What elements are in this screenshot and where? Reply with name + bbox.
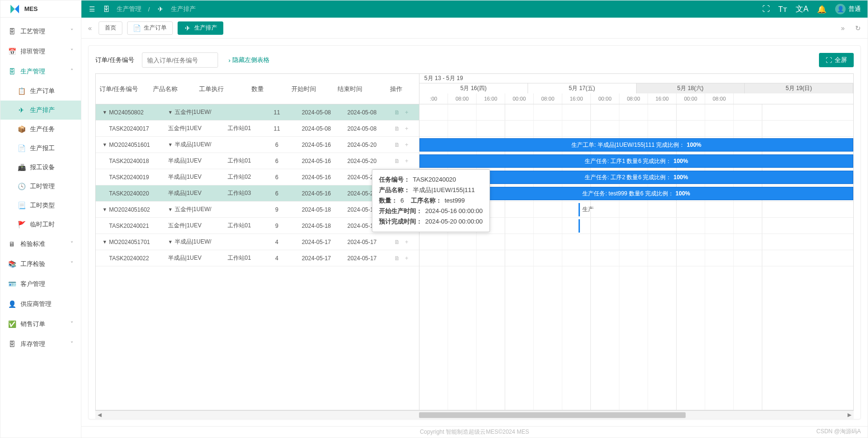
fullscreen-icon[interactable]: ⛶ xyxy=(762,5,770,13)
scroll-left-icon[interactable]: ◀ xyxy=(95,412,104,418)
flag-icon: 🚩 xyxy=(18,221,25,228)
breadcrumb-module[interactable]: 生产管理 xyxy=(117,5,141,13)
expand-icon[interactable]: ▼ xyxy=(102,110,107,115)
table-row[interactable]: TASK20240018半成品|1UEV工作站0162024-05-162024… xyxy=(96,153,419,169)
cell-name: 五金件|1UEW/ xyxy=(175,108,211,116)
expand-icon[interactable]: ▼ xyxy=(168,207,173,212)
add-icon[interactable]: ＋ xyxy=(404,108,409,116)
gantt-range: 5月 13 - 5月 19 xyxy=(419,74,853,83)
col-ops: 操作 xyxy=(373,74,419,104)
sidebar-item[interactable]: ✅销售订单˅ xyxy=(0,314,81,334)
edit-icon[interactable]: 🗎 xyxy=(394,142,400,148)
cell-exec: 工作站01 xyxy=(219,157,260,165)
cell-qty: 11 xyxy=(260,109,293,116)
gantt-marker[interactable] xyxy=(579,203,580,216)
tab[interactable]: 📄生产订单 xyxy=(127,21,173,35)
sidebar-item[interactable]: 🗄工艺管理˅ xyxy=(0,21,81,41)
cell-start: 2024-05-16 xyxy=(293,158,339,164)
sidebar-label: 销售订单 xyxy=(20,320,45,328)
sidebar-subitem[interactable]: 📠报工设备 xyxy=(0,158,81,177)
table-row[interactable]: TASK20240022半成品|1UEV工作站0142024-05-172024… xyxy=(96,250,419,266)
sidebar-subitem[interactable]: 📋生产订单 xyxy=(0,81,81,101)
scroll-thumb[interactable] xyxy=(419,412,686,418)
tab[interactable]: 首页 xyxy=(99,21,122,35)
fontsize-icon[interactable]: Tᴛ xyxy=(778,5,788,14)
cell-id: TASK20240022 xyxy=(109,255,149,262)
expand-icon[interactable]: ▼ xyxy=(102,207,107,212)
expand-icon: ⛶ xyxy=(826,57,832,64)
sidebar-subitem[interactable]: 📦生产任务 xyxy=(0,120,81,139)
add-icon[interactable]: ＋ xyxy=(404,238,409,246)
edit-icon[interactable]: 🗎 xyxy=(394,255,400,262)
gantt-marker-label: 生产 xyxy=(582,205,594,214)
expand-icon[interactable]: ▼ xyxy=(168,239,173,244)
gantt-marker[interactable] xyxy=(579,219,580,233)
table-row[interactable]: ▼MO2024051602▼五金件|1UEW/92024-05-182024-0… xyxy=(96,202,419,218)
sidebar-subitem[interactable]: 📃工时类型 xyxy=(0,196,81,215)
cell-exec: 工作站01 xyxy=(219,222,260,230)
edit-icon[interactable]: 🗎 xyxy=(394,239,400,245)
user-icon: 👤 xyxy=(8,300,16,308)
tabs-refresh-icon[interactable]: ↻ xyxy=(853,24,863,32)
table-row[interactable]: ▼MO24050802▼五金件|1UEW/112024-05-082024-05… xyxy=(96,104,419,121)
bell-icon[interactable]: 🔔 xyxy=(817,5,827,14)
sidebar-subitem[interactable]: 🚩临时工时 xyxy=(0,215,81,234)
tabs-more-icon[interactable]: » xyxy=(839,24,847,32)
expand-icon[interactable]: ▼ xyxy=(102,239,107,244)
expand-icon[interactable]: ▼ xyxy=(102,142,107,147)
gantt-hour: :00 xyxy=(419,93,448,104)
cell-name: 半成品|1UEV xyxy=(168,173,201,181)
table-row[interactable]: TASK20240017五金件|1UEV工作站01112024-05-08202… xyxy=(96,121,419,137)
table-row[interactable]: TASK20240019半成品|1UEV工作站0262024-05-162024… xyxy=(96,169,419,185)
table-row[interactable]: TASK20240020半成品|1UEV工作站0362024-05-162024… xyxy=(96,185,419,202)
edit-icon[interactable]: 🗎 xyxy=(394,125,400,132)
table-row[interactable]: ▼MO2024051601▼半成品|1UEW/62024-05-162024-0… xyxy=(96,137,419,153)
col-exec: 工单执行 xyxy=(188,74,234,104)
sidebar-item[interactable]: 📅排班管理˅ xyxy=(0,41,81,61)
gantt-bar[interactable]: 生产工单: 半成品|1UEW/155|111 完成比例：100% xyxy=(419,138,853,152)
add-icon[interactable]: ＋ xyxy=(404,141,409,149)
table-row[interactable]: ▼MO2024051701▼半成品|1UEW/42024-05-172024-0… xyxy=(96,234,419,250)
collapse-tabs-icon[interactable]: « xyxy=(86,24,94,32)
sidebar-item[interactable]: 🗄生产管理˄ xyxy=(0,61,81,81)
cell-end: 2024-05-20 xyxy=(339,158,385,164)
cell-start: 2024-05-16 xyxy=(293,174,339,181)
col-end: 结束时间 xyxy=(327,74,373,104)
add-icon[interactable]: ＋ xyxy=(404,157,409,165)
sidebar-item[interactable]: 📚工序检验˅ xyxy=(0,254,81,274)
task-tooltip: 任务编号：TASK20240020产品名称：半成品|1UEW/155|111数量… xyxy=(372,169,490,232)
edit-icon[interactable]: 🗎 xyxy=(394,158,400,164)
sidebar-item[interactable]: 👤供应商管理 xyxy=(0,294,81,314)
horizontal-scrollbar[interactable]: ◀ ▶ xyxy=(95,410,854,419)
gantt-bar[interactable]: 生产任务: 工序1 数量6 完成比例：100% xyxy=(419,154,853,168)
table-row[interactable]: TASK20240021五金件|1UEV工作站0192024-05-182024… xyxy=(96,218,419,234)
hide-table-link[interactable]: › 隐藏左侧表格 xyxy=(229,56,269,64)
gantt-hour: 16:00 xyxy=(477,93,505,104)
scroll-right-icon[interactable]: ▶ xyxy=(845,412,854,418)
sidebar-subitem[interactable]: ✈生产排产 xyxy=(0,101,81,120)
expand-icon[interactable]: ▼ xyxy=(168,142,173,147)
breadcrumb-sep: / xyxy=(148,6,150,13)
search-input[interactable] xyxy=(142,52,218,68)
gantt-row xyxy=(419,250,853,266)
gantt-hour: 00:00 xyxy=(677,93,705,104)
gantt-hour: 00:00 xyxy=(591,93,619,104)
user-menu[interactable]: 👤 普通 xyxy=(835,4,861,14)
edit-icon[interactable]: 🗎 xyxy=(394,109,400,116)
cell-end: 2024-05-17 xyxy=(339,255,385,262)
sidebar-item[interactable]: 🖥检验标准˅ xyxy=(0,234,81,254)
gantt: 订单/任务编号 产品名称 工单执行 数量 开始时间 结束时间 操作 ▼MO240… xyxy=(95,73,854,410)
menu-icon[interactable]: ☰ xyxy=(88,5,96,13)
sidebar-subitem[interactable]: 🕓工时管理 xyxy=(0,177,81,196)
add-icon[interactable]: ＋ xyxy=(404,254,409,262)
check-icon: ✅ xyxy=(8,320,16,328)
add-icon[interactable]: ＋ xyxy=(404,124,409,132)
translate-icon[interactable]: 文A xyxy=(796,4,808,14)
tab[interactable]: ✈生产排产 xyxy=(178,21,223,35)
sidebar-subitem[interactable]: 📄生产报工 xyxy=(0,139,81,158)
gantt-row: 生产任务: 工序1 数量6 完成比例：100% xyxy=(419,153,853,169)
sidebar-item[interactable]: 🪪客户管理 xyxy=(0,274,81,294)
expand-icon[interactable]: ▼ xyxy=(168,110,173,115)
fullscreen-button[interactable]: ⛶ 全屏 xyxy=(819,53,854,67)
sidebar-item[interactable]: 🗄库存管理˅ xyxy=(0,334,81,354)
